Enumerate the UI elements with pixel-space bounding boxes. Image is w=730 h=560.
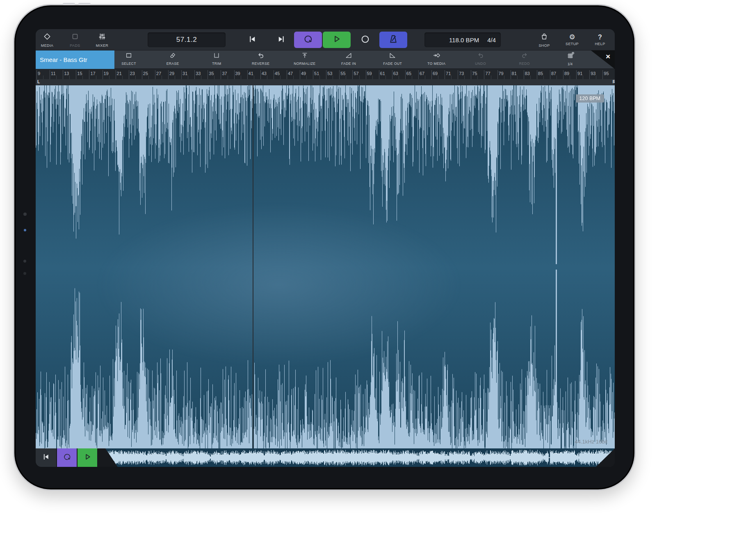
- ruler-tick: [484, 70, 484, 79]
- overview-strip[interactable]: [97, 448, 615, 467]
- select-icon: [125, 52, 132, 61]
- forward-to-end-button[interactable]: [269, 30, 292, 49]
- ruler-minor-tick: [82, 75, 83, 79]
- cycle-button[interactable]: [294, 32, 322, 48]
- tool-trim-button[interactable]: TRIM: [200, 52, 233, 68]
- ruler-tick: [524, 70, 524, 79]
- overview-canvas[interactable]: [97, 448, 615, 467]
- ruler-tick: [247, 70, 248, 79]
- ruler-minor-tick: [175, 75, 175, 79]
- ruler-bar-number: 71: [446, 71, 451, 76]
- metronome-button[interactable]: [379, 32, 407, 48]
- ipad-device-frame: MEDIA PADS MIXER 57.1.2: [13, 4, 636, 491]
- position-display[interactable]: 57.1.2: [148, 32, 226, 47]
- record-button[interactable]: [351, 30, 379, 49]
- ruler-bar-number: 11: [51, 71, 55, 76]
- media-button[interactable]: MEDIA: [36, 30, 58, 49]
- setup-button[interactable]: ⚙ SETUP: [561, 30, 583, 49]
- ruler-tick: [142, 70, 142, 79]
- ruler-tick: [221, 70, 221, 79]
- ruler-tick: [445, 70, 445, 79]
- ruler-minor-tick: [596, 75, 596, 79]
- detected-bpm-badge: 120 BPM: [576, 94, 604, 103]
- ruler-tick: [339, 70, 340, 79]
- redo-icon: [521, 52, 528, 61]
- mixer-button[interactable]: MIXER: [91, 30, 113, 49]
- ruler-minor-tick: [372, 75, 373, 79]
- ruler-tick: [379, 70, 379, 79]
- ruler-bar-number: 19: [104, 71, 109, 76]
- ruler-bar-number: 17: [90, 71, 95, 76]
- play-button-mini[interactable]: [78, 448, 97, 467]
- ruler-bar-number: 27: [156, 71, 161, 76]
- play-mini-icon: [83, 453, 92, 463]
- ruler-minor-tick: [517, 75, 518, 79]
- pads-button[interactable]: PADS: [64, 30, 86, 49]
- ruler-minor-tick: [386, 75, 386, 79]
- play-button[interactable]: [323, 32, 351, 48]
- ruler-minor-tick: [43, 75, 43, 79]
- ruler-tick: [181, 70, 182, 79]
- help-button[interactable]: ? HELP: [589, 30, 611, 49]
- sample-format-label: 44.1kHz 16bit: [575, 439, 608, 445]
- ruler-minor-tick: [425, 75, 425, 79]
- tool-undo-button[interactable]: UNDO: [464, 52, 497, 68]
- left-locator-flag[interactable]: L: [37, 80, 40, 84]
- ruler-tick: [352, 70, 353, 79]
- tool-erase-button[interactable]: ERASE: [156, 52, 189, 68]
- setup-label: SETUP: [566, 42, 579, 46]
- media-icon: [43, 32, 51, 42]
- grid-resolution-value: 1/4: [568, 62, 573, 66]
- ruler-tick: [260, 70, 261, 79]
- cycle-icon: [303, 34, 313, 46]
- grid-resolution-button[interactable]: 1/4: [558, 52, 582, 68]
- ruler-tick: [366, 70, 366, 79]
- ruler-tick: [313, 70, 313, 79]
- ruler-tick: [405, 70, 406, 79]
- tempo-display[interactable]: 118.0 BPM 4/4: [424, 32, 501, 47]
- ruler-tick: [576, 70, 577, 79]
- ruler-tick: [76, 70, 76, 79]
- ruler-minor-tick: [201, 75, 201, 79]
- help-label: HELP: [595, 42, 605, 46]
- ruler-bar-number: 13: [64, 71, 69, 76]
- waveform-editor[interactable]: 120 BPM 44.1kHz 16bit: [36, 85, 615, 448]
- tool-reverse-button[interactable]: REVERSE: [244, 52, 277, 68]
- playhead[interactable]: [253, 85, 253, 448]
- play-icon: [332, 34, 342, 46]
- ruler-tick: [511, 70, 511, 79]
- ruler-bar-number: 37: [222, 71, 227, 76]
- ruler-minor-tick: [267, 75, 267, 79]
- waveform-canvas[interactable]: [36, 85, 615, 448]
- locator-strip[interactable]: L R: [36, 79, 615, 85]
- tool-tomedia-button[interactable]: TO MEDIA: [420, 52, 453, 68]
- tool-redo-button[interactable]: REDO: [508, 52, 541, 68]
- ruler-minor-tick: [228, 75, 228, 79]
- shop-label: SHOP: [538, 43, 550, 48]
- clip-title[interactable]: Smear - Bass Gtr: [36, 50, 114, 69]
- ruler-bar-number: 69: [433, 71, 438, 76]
- tool-fadeout-button[interactable]: FADE OUT: [376, 52, 409, 68]
- tool-select-button[interactable]: SELECT: [112, 52, 145, 68]
- ruler-minor-tick: [359, 75, 360, 79]
- ruler-bar-number: 25: [143, 71, 148, 76]
- ruler-tick: [392, 70, 392, 79]
- side-sensor-dot: [24, 229, 26, 231]
- ruler-minor-tick: [399, 75, 399, 79]
- tool-normalize-button[interactable]: NORMALIZE: [288, 52, 321, 68]
- tool-fadein-button[interactable]: FADE IN: [332, 52, 365, 68]
- right-locator-flag[interactable]: R: [613, 80, 615, 84]
- ruler-bar-number: 67: [420, 71, 424, 76]
- ruler-bar-number: 61: [380, 71, 385, 76]
- ruler-minor-tick: [56, 75, 57, 79]
- cycle-button-mini[interactable]: [57, 448, 77, 467]
- ruler-tick: [418, 70, 419, 79]
- close-editor-button[interactable]: ×: [591, 50, 615, 69]
- rewind-button-mini[interactable]: [36, 448, 56, 467]
- ruler-tick: [497, 70, 498, 79]
- timeline-ruler[interactable]: 9111315171921232527293133353739414345474…: [36, 69, 615, 79]
- shop-button[interactable]: SHOP: [533, 30, 555, 49]
- rewind-to-start-icon: [248, 34, 257, 46]
- rewind-to-start-button[interactable]: [241, 30, 264, 49]
- tempo-value: 118.0 BPM: [449, 37, 479, 43]
